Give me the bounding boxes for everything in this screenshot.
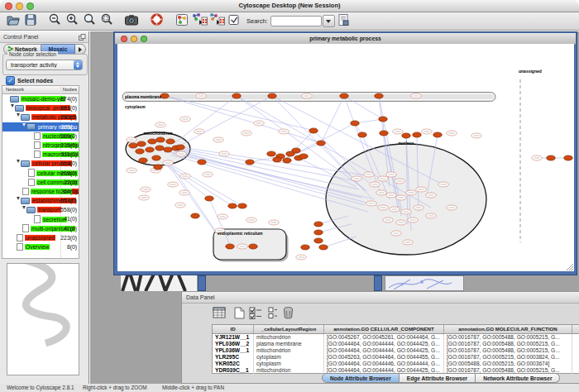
node[interactable] xyxy=(246,160,255,165)
expand-arrow-icon[interactable] xyxy=(22,206,26,213)
node[interactable] xyxy=(380,131,389,136)
attribute-table-button[interactable] xyxy=(212,305,227,320)
node[interactable] xyxy=(191,213,200,218)
tab-edge-attribute-browser[interactable]: Edge Attribute Browser xyxy=(400,373,476,383)
tree-row-transport[interactable]: transport558(0) xyxy=(2,205,79,214)
float-panel-icon[interactable] xyxy=(79,33,86,44)
unselect-attributes-button[interactable] xyxy=(266,305,280,320)
node[interactable] xyxy=(283,158,292,163)
node[interactable] xyxy=(129,143,138,148)
tree-row-cell-communicat[interactable]: cell communicat22(0) xyxy=(2,178,79,187)
tree-row-biological-process[interactable]: biological_process651(0) xyxy=(2,103,79,112)
tree-row-cellular-process[interactable]: cellular process614(0) xyxy=(2,159,79,168)
node[interactable] xyxy=(198,160,207,165)
node[interactable] xyxy=(413,132,422,137)
node[interactable] xyxy=(156,137,165,142)
node[interactable] xyxy=(317,141,326,146)
filter-button[interactable] xyxy=(225,13,242,30)
node-color-combobox[interactable]: transporter activity xyxy=(6,60,83,70)
tree-row-establishment-of-lo[interactable]: establishment of lo558(0) xyxy=(2,196,79,205)
network-tree-header[interactable]: Network Nodes xyxy=(2,86,79,94)
node[interactable] xyxy=(137,141,146,146)
node[interactable] xyxy=(152,155,161,160)
network-canvas[interactable]: plasma membranecytoplasmmitochondrionnuc… xyxy=(117,44,574,271)
column-header[interactable]: annotation.GO CELLULAR_COMPONENT xyxy=(324,325,444,333)
node[interactable] xyxy=(154,165,163,170)
resize-grip-icon[interactable] xyxy=(565,262,573,270)
node[interactable] xyxy=(375,93,384,98)
tab-network-attribute-browser[interactable]: Network Attribute Browser xyxy=(476,373,560,383)
table-row-ylr295c[interactable]: YLR295Ccytoplasm[GO:0045263, GO:0044464,… xyxy=(213,354,579,361)
node[interactable] xyxy=(268,93,277,98)
attribute-table-header[interactable]: ID_cellularLayoutRegionannotation.GO CEL… xyxy=(213,325,579,334)
window-titlebar[interactable]: Cytoscape Desktop (New Session) xyxy=(0,0,579,12)
node[interactable] xyxy=(146,147,155,152)
background-window-edge[interactable] xyxy=(374,275,382,291)
node[interactable] xyxy=(314,238,323,243)
background-window-edge[interactable] xyxy=(198,275,206,291)
background-window-preview[interactable] xyxy=(385,275,464,291)
search-dropdown-button[interactable] xyxy=(323,15,335,27)
select-attributes-button[interactable] xyxy=(248,305,263,320)
birds-eye-view[interactable] xyxy=(7,263,79,375)
expand-arrow-icon[interactable] xyxy=(17,197,20,204)
tree-row-unassigned[interactable]: unassigned223(0) xyxy=(2,233,79,242)
table-row-ykr052c[interactable]: YKR052Ccytoplasm[GO:0044464, GO:0044446,… xyxy=(213,361,579,367)
close-icon[interactable] xyxy=(121,36,127,42)
node[interactable] xyxy=(166,139,175,144)
node[interactable] xyxy=(136,149,145,154)
node[interactable] xyxy=(226,244,235,249)
node[interactable] xyxy=(176,145,185,150)
node[interactable] xyxy=(402,133,411,138)
tree-row-nitrogen-compo[interactable]: nitrogen compo209(0) xyxy=(2,141,79,150)
save-button[interactable] xyxy=(22,13,39,30)
table-row-ypl036w__2[interactable]: YPL036W__2plasma membrane[GO:0044464, GO… xyxy=(213,341,579,347)
node[interactable] xyxy=(160,93,170,98)
tree-row-multi-organism-pro[interactable]: multi-organism pro42(0) xyxy=(2,224,79,233)
import-annotation-button[interactable] xyxy=(208,13,225,30)
new-attribute-button[interactable] xyxy=(232,305,246,320)
tree-row-mosaic-demo-yeast[interactable]: mosaic-demo-yeast874(0) xyxy=(2,94,79,103)
expand-arrow-icon[interactable] xyxy=(17,160,20,167)
help-button[interactable] xyxy=(148,13,165,30)
tree-row-cellular-metabol[interactable]: cellular metabol209(0) xyxy=(2,169,79,178)
node[interactable] xyxy=(301,245,310,250)
node[interactable] xyxy=(299,154,309,159)
node[interactable] xyxy=(564,155,573,160)
node[interactable] xyxy=(358,132,367,137)
node[interactable] xyxy=(205,196,214,201)
column-header[interactable]: annotation.GO MOLECULAR_FUNCTION xyxy=(444,325,572,333)
zoom-in-button[interactable] xyxy=(64,13,81,30)
snapshot-button[interactable] xyxy=(123,13,141,30)
node[interactable] xyxy=(547,155,556,160)
zoom-window-icon[interactable] xyxy=(141,36,147,42)
delete-attribute-button[interactable] xyxy=(280,305,295,320)
minimize-icon[interactable] xyxy=(131,36,137,42)
table-row-yjr121w__1[interactable]: YJR121W__1mitochondrion[GO:0045267, GO:0… xyxy=(213,334,579,341)
open-file-button[interactable] xyxy=(4,13,22,30)
tree-row-overview[interactable]: Overview8(0) xyxy=(2,242,79,251)
node[interactable] xyxy=(139,158,148,163)
node[interactable] xyxy=(148,139,157,144)
node[interactable] xyxy=(228,203,237,208)
node[interactable] xyxy=(292,148,301,153)
column-header[interactable] xyxy=(572,325,579,333)
expand-arrow-icon[interactable] xyxy=(22,123,26,131)
tree-row-macromolecule[interactable]: macromolecule311(0) xyxy=(2,150,79,159)
node[interactable] xyxy=(314,230,323,235)
tab-node-attribute-browser[interactable]: Node Attribute Browser xyxy=(322,373,400,383)
tree-row-secretion[interactable]: secretion41(0) xyxy=(2,214,79,223)
node[interactable] xyxy=(249,244,258,249)
import-table-button[interactable] xyxy=(335,13,352,30)
node[interactable] xyxy=(232,93,242,98)
zoom-window-icon[interactable] xyxy=(26,2,34,10)
node[interactable] xyxy=(238,203,247,208)
node[interactable] xyxy=(273,157,282,162)
tree-row-primary-metabo[interactable]: primary metabo209(... xyxy=(2,122,79,131)
node[interactable] xyxy=(433,132,443,137)
zoom-out-button[interactable] xyxy=(46,13,64,30)
expand-arrow-icon[interactable] xyxy=(11,104,14,112)
node[interactable] xyxy=(267,151,276,156)
network-window-titlebar[interactable]: primary metabolic process xyxy=(115,33,576,45)
column-header[interactable]: _cellularLayoutRegion xyxy=(254,325,324,333)
